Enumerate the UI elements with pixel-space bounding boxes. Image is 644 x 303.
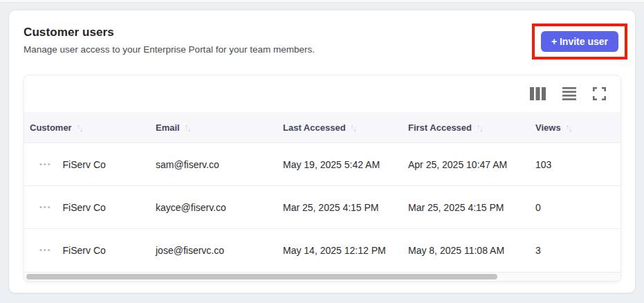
page-title: Customer users (24, 26, 315, 39)
customer-name: FiServ Co (63, 202, 106, 213)
columns-icon[interactable] (530, 87, 546, 100)
first-accessed-cell: Apr 25, 2025 10:47 AM (408, 159, 535, 170)
panel-heading-block: Customer users Manage user access to you… (24, 26, 315, 55)
first-accessed-cell: Mar 25, 2025 4:15 PM (408, 202, 535, 213)
table-row: ••• FiServ Co kayce@fiserv.co Mar 25, 20… (24, 185, 620, 228)
customer-users-panel: Customer users Manage user access to you… (8, 10, 636, 293)
row-menu-icon[interactable]: ••• (39, 159, 52, 169)
sort-icon: ↑↓ (477, 124, 484, 131)
customer-cell: ••• FiServ Co (24, 245, 156, 256)
column-header-customer[interactable]: Customer ↑↓ (24, 122, 156, 133)
top-edge-strip (0, 0, 644, 3)
views-cell: 3 (535, 245, 620, 256)
sort-icon: ↑↓ (566, 124, 573, 131)
row-density-icon[interactable] (562, 87, 576, 100)
email-cell: jose@fiservc.co (156, 245, 283, 256)
column-header-label: Email (156, 122, 180, 133)
email-cell: sam@fiserv.co (156, 159, 283, 170)
horizontal-scrollbar[interactable] (24, 272, 620, 281)
column-header-first-accessed[interactable]: First Accessed ↑↓ (408, 122, 535, 133)
column-header-label: First Accessed (408, 122, 472, 133)
column-header-views[interactable]: Views ↑↓ (535, 122, 620, 133)
row-menu-icon[interactable]: ••• (39, 202, 52, 212)
customer-cell: ••• FiServ Co (24, 159, 156, 170)
table-header-row: Customer ↑↓ Email ↑↓ Last Accessed ↑↓ Fi… (24, 112, 620, 143)
scrollbar-thumb[interactable] (26, 274, 497, 279)
page-subtitle: Manage user access to your Enterprise Po… (24, 44, 315, 55)
table-toolbar (24, 75, 620, 112)
sort-icon: ↑↓ (77, 124, 84, 131)
last-accessed-cell: May 19, 2025 5:42 AM (283, 159, 408, 170)
column-header-last-accessed[interactable]: Last Accessed ↑↓ (283, 122, 408, 133)
invite-user-highlight-box: + Invite user (532, 24, 627, 59)
invite-user-button[interactable]: + Invite user (541, 31, 618, 52)
views-cell: 103 (535, 159, 620, 170)
customer-name: FiServ Co (63, 245, 106, 256)
row-menu-icon[interactable]: ••• (39, 245, 52, 255)
column-header-label: Customer (30, 122, 72, 133)
sort-icon: ↑↓ (351, 124, 358, 131)
table-row: ••• FiServ Co jose@fiservc.co May 14, 20… (24, 228, 620, 271)
table-row: ••• FiServ Co sam@fiserv.co May 19, 2025… (24, 143, 620, 185)
last-accessed-cell: May 14, 2025 12:12 PM (283, 245, 408, 256)
email-cell: kayce@fiserv.co (156, 202, 283, 213)
users-table-card: Customer ↑↓ Email ↑↓ Last Accessed ↑↓ Fi… (24, 75, 621, 282)
views-cell: 0 (535, 202, 620, 213)
first-accessed-cell: May 8, 2025 11:08 AM (408, 245, 535, 256)
fullscreen-icon[interactable] (593, 87, 606, 100)
sort-icon: ↑↓ (185, 124, 192, 131)
last-accessed-cell: Mar 25, 2025 4:15 PM (283, 202, 408, 213)
customer-name: FiServ Co (63, 159, 106, 170)
column-header-email[interactable]: Email ↑↓ (156, 122, 283, 133)
customer-cell: ••• FiServ Co (24, 202, 156, 213)
column-header-label: Views (535, 122, 561, 133)
column-header-label: Last Accessed (283, 122, 346, 133)
panel-header: Customer users Manage user access to you… (9, 10, 635, 59)
